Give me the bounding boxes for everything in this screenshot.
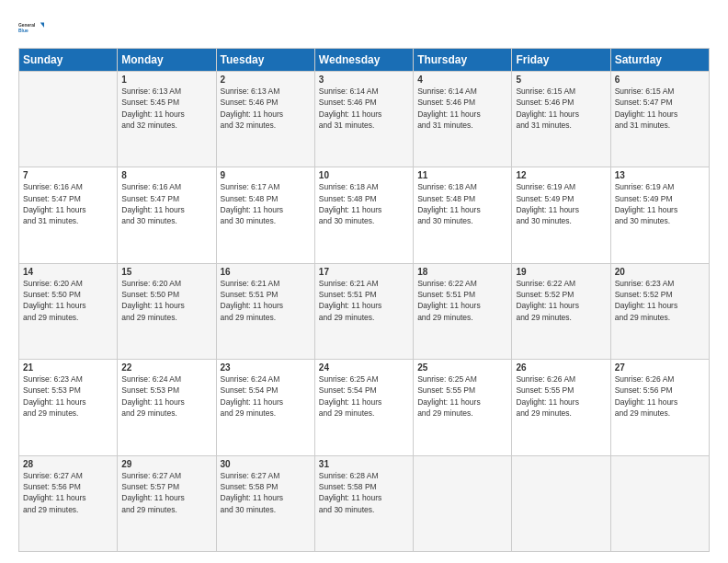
day-number: 27 (615, 362, 705, 373)
calendar-cell: 9Sunrise: 6:17 AM Sunset: 5:48 PM Daylig… (216, 167, 314, 263)
calendar-cell: 29Sunrise: 6:27 AM Sunset: 5:57 PM Dayli… (118, 455, 216, 551)
day-number: 29 (121, 459, 211, 469)
day-number: 3 (319, 75, 409, 85)
day-info: Sunrise: 6:17 AM Sunset: 5:48 PM Dayligh… (221, 181, 311, 226)
calendar-cell: 19Sunrise: 6:22 AM Sunset: 5:52 PM Dayli… (512, 263, 610, 359)
calendar-header: SundayMondayTuesdayWednesdayThursdayFrid… (19, 49, 710, 72)
calendar-cell: 2Sunrise: 6:13 AM Sunset: 5:46 PM Daylig… (216, 72, 314, 167)
day-info: Sunrise: 6:16 AM Sunset: 5:47 PM Dayligh… (121, 181, 211, 226)
day-info: Sunrise: 6:25 AM Sunset: 5:54 PM Dayligh… (319, 373, 409, 419)
day-info: Sunrise: 6:18 AM Sunset: 5:48 PM Dayligh… (319, 181, 409, 226)
day-number: 31 (319, 459, 409, 469)
calendar-cell: 5Sunrise: 6:15 AM Sunset: 5:46 PM Daylig… (512, 72, 610, 167)
header-cell-saturday: Saturday (610, 49, 709, 72)
day-number: 28 (23, 459, 113, 469)
calendar-cell: 18Sunrise: 6:22 AM Sunset: 5:51 PM Dayli… (414, 263, 512, 359)
svg-text:General: General (18, 23, 36, 28)
day-number: 14 (23, 267, 113, 277)
day-number: 4 (417, 75, 507, 85)
header-cell-wednesday: Wednesday (314, 49, 413, 72)
day-info: Sunrise: 6:23 AM Sunset: 5:53 PM Dayligh… (23, 373, 113, 419)
calendar-cell: 27Sunrise: 6:26 AM Sunset: 5:56 PM Dayli… (610, 360, 709, 455)
calendar-cell: 6Sunrise: 6:15 AM Sunset: 5:47 PM Daylig… (610, 72, 709, 167)
day-info: Sunrise: 6:18 AM Sunset: 5:48 PM Dayligh… (417, 181, 507, 226)
calendar-cell: 15Sunrise: 6:20 AM Sunset: 5:50 PM Dayli… (118, 263, 216, 359)
day-number: 22 (121, 362, 211, 373)
day-number: 17 (319, 267, 409, 277)
day-number: 21 (23, 362, 113, 373)
day-info: Sunrise: 6:26 AM Sunset: 5:55 PM Dayligh… (516, 373, 606, 419)
day-number: 15 (121, 267, 211, 277)
day-info: Sunrise: 6:16 AM Sunset: 5:47 PM Dayligh… (23, 181, 113, 226)
day-number: 18 (417, 267, 507, 277)
day-number: 12 (516, 170, 606, 180)
header-cell-monday: Monday (118, 49, 216, 72)
day-info: Sunrise: 6:23 AM Sunset: 5:52 PM Dayligh… (615, 278, 705, 323)
header-cell-sunday: Sunday (19, 49, 118, 72)
day-info: Sunrise: 6:14 AM Sunset: 5:46 PM Dayligh… (319, 86, 409, 131)
calendar-cell (19, 72, 118, 167)
day-info: Sunrise: 6:25 AM Sunset: 5:55 PM Dayligh… (417, 373, 507, 419)
calendar-cell: 8Sunrise: 6:16 AM Sunset: 5:47 PM Daylig… (118, 167, 216, 263)
day-info: Sunrise: 6:20 AM Sunset: 5:50 PM Dayligh… (121, 278, 211, 323)
day-info: Sunrise: 6:15 AM Sunset: 5:47 PM Dayligh… (615, 86, 705, 131)
header-cell-thursday: Thursday (414, 49, 512, 72)
calendar-cell: 14Sunrise: 6:20 AM Sunset: 5:50 PM Dayli… (19, 263, 118, 359)
day-info: Sunrise: 6:22 AM Sunset: 5:52 PM Dayligh… (516, 278, 606, 323)
calendar-cell: 31Sunrise: 6:28 AM Sunset: 5:58 PM Dayli… (314, 455, 413, 551)
day-number: 30 (221, 459, 311, 469)
week-row-2: 14Sunrise: 6:20 AM Sunset: 5:50 PM Dayli… (19, 263, 710, 359)
day-info: Sunrise: 6:19 AM Sunset: 5:49 PM Dayligh… (615, 181, 705, 226)
calendar-cell: 22Sunrise: 6:24 AM Sunset: 5:53 PM Dayli… (118, 360, 216, 455)
calendar-cell: 21Sunrise: 6:23 AM Sunset: 5:53 PM Dayli… (19, 360, 118, 455)
calendar-cell (512, 455, 610, 551)
day-number: 26 (516, 362, 606, 373)
logo-icon: General Blue (18, 15, 44, 40)
calendar-cell: 11Sunrise: 6:18 AM Sunset: 5:48 PM Dayli… (414, 167, 512, 263)
day-info: Sunrise: 6:21 AM Sunset: 5:51 PM Dayligh… (221, 278, 311, 323)
day-number: 8 (121, 170, 211, 180)
day-number: 5 (516, 75, 606, 85)
calendar-cell: 20Sunrise: 6:23 AM Sunset: 5:52 PM Dayli… (610, 263, 709, 359)
day-number: 11 (417, 170, 507, 180)
day-number: 19 (516, 267, 606, 277)
day-number: 7 (23, 170, 113, 180)
day-number: 2 (221, 75, 311, 85)
day-info: Sunrise: 6:28 AM Sunset: 5:58 PM Dayligh… (319, 470, 409, 515)
calendar-cell: 16Sunrise: 6:21 AM Sunset: 5:51 PM Dayli… (216, 263, 314, 359)
day-info: Sunrise: 6:27 AM Sunset: 5:58 PM Dayligh… (221, 470, 311, 515)
svg-text:Blue: Blue (18, 29, 28, 33)
day-info: Sunrise: 6:27 AM Sunset: 5:56 PM Dayligh… (23, 470, 113, 515)
day-info: Sunrise: 6:24 AM Sunset: 5:54 PM Dayligh… (221, 373, 311, 419)
calendar-cell: 4Sunrise: 6:14 AM Sunset: 5:46 PM Daylig… (414, 72, 512, 167)
day-info: Sunrise: 6:27 AM Sunset: 5:57 PM Dayligh… (121, 470, 211, 515)
svg-marker-2 (40, 22, 44, 28)
day-number: 16 (221, 267, 311, 277)
header: General Blue (18, 15, 710, 40)
calendar-cell: 25Sunrise: 6:25 AM Sunset: 5:55 PM Dayli… (414, 360, 512, 455)
week-row-1: 7Sunrise: 6:16 AM Sunset: 5:47 PM Daylig… (19, 167, 710, 263)
calendar-cell: 10Sunrise: 6:18 AM Sunset: 5:48 PM Dayli… (314, 167, 413, 263)
header-cell-tuesday: Tuesday (216, 49, 314, 72)
calendar-cell: 24Sunrise: 6:25 AM Sunset: 5:54 PM Dayli… (314, 360, 413, 455)
calendar-cell (414, 455, 512, 551)
day-info: Sunrise: 6:26 AM Sunset: 5:56 PM Dayligh… (615, 373, 705, 419)
day-info: Sunrise: 6:13 AM Sunset: 5:46 PM Dayligh… (221, 86, 311, 131)
calendar-cell: 1Sunrise: 6:13 AM Sunset: 5:45 PM Daylig… (118, 72, 216, 167)
header-row: SundayMondayTuesdayWednesdayThursdayFrid… (19, 49, 710, 72)
day-info: Sunrise: 6:13 AM Sunset: 5:45 PM Dayligh… (121, 86, 211, 131)
calendar-cell: 26Sunrise: 6:26 AM Sunset: 5:55 PM Dayli… (512, 360, 610, 455)
day-number: 9 (221, 170, 311, 180)
day-number: 25 (417, 362, 507, 373)
calendar-cell (610, 455, 709, 551)
day-number: 20 (615, 267, 705, 277)
day-info: Sunrise: 6:14 AM Sunset: 5:46 PM Dayligh… (417, 86, 507, 131)
calendar-cell: 30Sunrise: 6:27 AM Sunset: 5:58 PM Dayli… (216, 455, 314, 551)
day-info: Sunrise: 6:22 AM Sunset: 5:51 PM Dayligh… (417, 278, 507, 323)
day-number: 1 (121, 75, 211, 85)
day-info: Sunrise: 6:19 AM Sunset: 5:49 PM Dayligh… (516, 181, 606, 226)
day-info: Sunrise: 6:20 AM Sunset: 5:50 PM Dayligh… (23, 278, 113, 323)
day-number: 23 (221, 362, 311, 373)
calendar-table: SundayMondayTuesdayWednesdayThursdayFrid… (18, 48, 710, 552)
calendar-cell: 23Sunrise: 6:24 AM Sunset: 5:54 PM Dayli… (216, 360, 314, 455)
